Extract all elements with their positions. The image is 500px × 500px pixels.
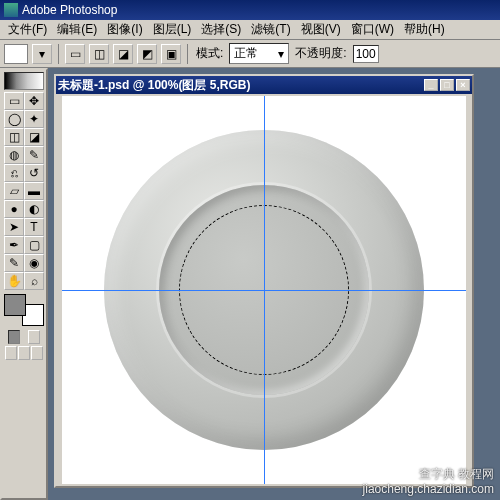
close-button[interactable]: × [456, 79, 470, 91]
workspace: ▭ ✥ ◯ ✦ ◫ ◪ ◍ ✎ ⎌ ↺ ▱ ▬ ● ◐ ➤ T ✒ ▢ ✎ ◉ … [0, 68, 500, 500]
stamp-tool[interactable]: ⎌ [4, 164, 24, 182]
marquee-icon: ▭ [9, 94, 20, 108]
pen-tool[interactable]: ✒ [4, 236, 24, 254]
color-swatch[interactable] [4, 294, 44, 326]
minimize-button[interactable]: _ [424, 79, 438, 91]
watermark-line1: 查字典 教程网 [363, 467, 494, 481]
heal-icon: ◍ [9, 148, 19, 162]
opt-icon-3[interactable]: ◪ [113, 44, 133, 64]
stamp-icon: ⎌ [11, 166, 18, 180]
heal-tool[interactable]: ◍ [4, 146, 24, 164]
type-tool[interactable]: T [24, 218, 44, 236]
foreground-color[interactable] [4, 294, 26, 316]
menu-image[interactable]: 图像(I) [103, 19, 146, 40]
options-bar: ▾ ▭ ◫ ◪ ◩ ▣ 模式: 正常▾ 不透明度: 100 [0, 40, 500, 68]
document-title: 未标題-1.psd @ 100%(图层 5,RGB) [58, 77, 250, 94]
slice-tool[interactable]: ◪ [24, 128, 44, 146]
menu-view[interactable]: 视图(V) [297, 19, 345, 40]
hand-icon: ✋ [7, 274, 22, 288]
zoom-tool[interactable]: ⌕ [24, 272, 44, 290]
wand-tool[interactable]: ✦ [24, 110, 44, 128]
maximize-button[interactable]: □ [440, 79, 454, 91]
crop-icon: ◫ [9, 130, 20, 144]
quickmask-row [4, 330, 44, 344]
eraser-tool[interactable]: ▱ [4, 182, 24, 200]
menu-edit[interactable]: 编辑(E) [53, 19, 101, 40]
opt-icon-5[interactable]: ▣ [161, 44, 181, 64]
screen-full[interactable] [31, 346, 43, 360]
brush-preview-icon[interactable]: ▾ [32, 44, 52, 64]
slice-icon: ◪ [29, 130, 40, 144]
hand-tool[interactable]: ✋ [4, 272, 24, 290]
opacity-field[interactable]: 100 [353, 45, 379, 63]
shape-icon: ▢ [29, 238, 40, 252]
notes-tool[interactable]: ✎ [4, 254, 24, 272]
dodge-icon: ◐ [29, 202, 39, 216]
eraser-icon: ▱ [10, 184, 19, 198]
screen-full-menu[interactable] [18, 346, 30, 360]
marquee-tool[interactable]: ▭ [4, 92, 24, 110]
quickmask-mode[interactable] [28, 330, 40, 344]
document-window: 未标題-1.psd @ 100%(图层 5,RGB) _ □ × [54, 74, 474, 488]
brush-tool[interactable]: ✎ [24, 146, 44, 164]
app-icon [4, 3, 18, 17]
document-titlebar[interactable]: 未标題-1.psd @ 100%(图层 5,RGB) _ □ × [56, 76, 472, 94]
guide-horizontal[interactable] [62, 290, 466, 291]
app-title: Adobe Photoshop [22, 3, 117, 17]
menu-select[interactable]: 选择(S) [197, 19, 245, 40]
zoom-icon: ⌕ [31, 274, 38, 288]
history-tool[interactable]: ↺ [24, 164, 44, 182]
opacity-label: 不透明度: [293, 45, 348, 62]
separator [187, 44, 188, 64]
mode-select[interactable]: 正常▾ [229, 43, 289, 64]
lasso-icon: ◯ [8, 112, 21, 126]
menu-help[interactable]: 帮助(H) [400, 19, 449, 40]
brush-icon: ✎ [29, 148, 39, 162]
lasso-tool[interactable]: ◯ [4, 110, 24, 128]
tool-preset[interactable] [4, 44, 28, 64]
eyedropper-icon: ◉ [29, 256, 39, 270]
eyedropper-tool[interactable]: ◉ [24, 254, 44, 272]
history-icon: ↺ [29, 166, 39, 180]
opt-icon-4[interactable]: ◩ [137, 44, 157, 64]
screen-standard[interactable] [5, 346, 17, 360]
watermark: 查字典 教程网 jiaocheng.chazidian.com [363, 467, 494, 496]
path-tool[interactable]: ➤ [4, 218, 24, 236]
wand-icon: ✦ [29, 112, 39, 126]
toolbox-header [4, 72, 44, 90]
chevron-down-icon: ▾ [278, 47, 284, 61]
window-buttons: _ □ × [424, 79, 470, 91]
menu-filter[interactable]: 滤镜(T) [247, 19, 294, 40]
menu-window[interactable]: 窗口(W) [347, 19, 398, 40]
watermark-line2: jiaocheng.chazidian.com [363, 482, 494, 496]
tool-grid: ▭ ✥ ◯ ✦ ◫ ◪ ◍ ✎ ⎌ ↺ ▱ ▬ ● ◐ ➤ T ✒ ▢ ✎ ◉ … [4, 92, 44, 290]
blur-icon: ● [10, 202, 17, 216]
type-icon: T [30, 220, 37, 234]
menu-file[interactable]: 文件(F) [4, 19, 51, 40]
toolbox: ▭ ✥ ◯ ✦ ◫ ◪ ◍ ✎ ⎌ ↺ ▱ ▬ ● ◐ ➤ T ✒ ▢ ✎ ◉ … [0, 68, 48, 500]
mode-label: 模式: [194, 45, 225, 62]
blur-tool[interactable]: ● [4, 200, 24, 218]
gradient-icon: ▬ [28, 184, 40, 198]
menu-bar: 文件(F) 编辑(E) 图像(I) 图层(L) 选择(S) 滤镜(T) 视图(V… [0, 20, 500, 40]
screenmode-row [4, 346, 44, 360]
canvas[interactable] [62, 96, 466, 484]
shape-tool[interactable]: ▢ [24, 236, 44, 254]
menu-layer[interactable]: 图层(L) [149, 19, 196, 40]
move-icon: ✥ [29, 94, 39, 108]
app-titlebar: Adobe Photoshop [0, 0, 500, 20]
path-icon: ➤ [9, 220, 19, 234]
notes-icon: ✎ [9, 256, 19, 270]
separator [58, 44, 59, 64]
standard-mode[interactable] [8, 330, 20, 344]
pen-icon: ✒ [9, 238, 19, 252]
dodge-tool[interactable]: ◐ [24, 200, 44, 218]
gradient-tool[interactable]: ▬ [24, 182, 44, 200]
move-tool[interactable]: ✥ [24, 92, 44, 110]
opt-icon-1[interactable]: ▭ [65, 44, 85, 64]
canvas-area: 未标題-1.psd @ 100%(图层 5,RGB) _ □ × [48, 68, 500, 500]
crop-tool[interactable]: ◫ [4, 128, 24, 146]
opt-icon-2[interactable]: ◫ [89, 44, 109, 64]
